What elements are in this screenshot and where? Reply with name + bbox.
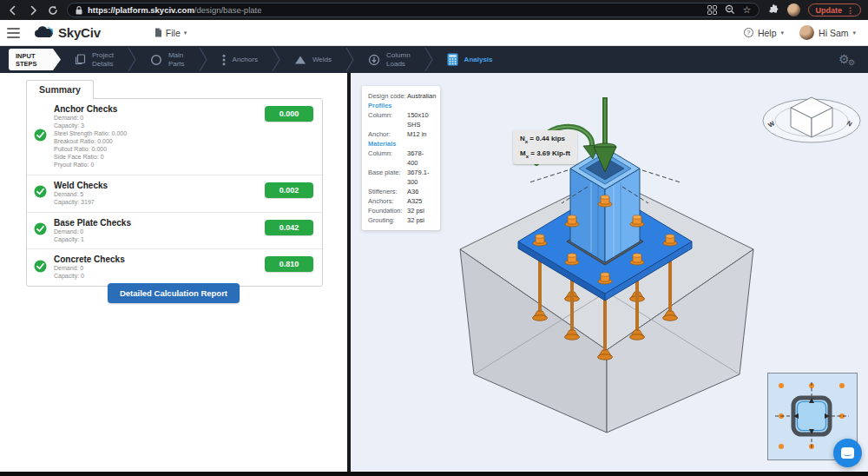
check-success-icon [34, 185, 47, 202]
reload-icon[interactable] [47, 4, 59, 17]
step-welds[interactable]: Welds [280, 46, 345, 73]
bottom-edge-bar [0, 472, 868, 476]
step-analysis[interactable]: Analysis [433, 46, 507, 73]
design-info-card: Design code:Australian Profiles Column:1… [362, 86, 440, 230]
detailed-calculation-report-button[interactable]: Detailed Calculation Report [108, 283, 240, 303]
panel-divider[interactable] [347, 73, 351, 476]
calculator-icon [447, 53, 458, 66]
extensions-puzzle-icon[interactable] [767, 4, 779, 17]
input-steps-tab: INPUT STEPS [9, 49, 61, 70]
ratio-badge: 0.810 [265, 256, 313, 272]
design-code-value: Australian [407, 91, 436, 101]
zoom-out-icon[interactable] [725, 3, 735, 18]
user-avatar [799, 25, 814, 40]
weld-triangle-icon [294, 55, 306, 65]
step-project-details[interactable]: Project Details [61, 46, 128, 73]
url-text: https://platform.skyciv.com/design/base-… [88, 5, 261, 15]
pages-icon [75, 54, 86, 65]
materials-header: Materials [368, 139, 434, 149]
app-header: SkyCiv File ▾ ? Help ▾ Hi Sam ▾ [0, 20, 868, 46]
user-menu[interactable]: Hi Sam ▾ [799, 25, 856, 40]
tab-summary[interactable]: Summary [26, 80, 94, 99]
check-title: Concrete Checks [54, 255, 258, 264]
check-success-icon [34, 222, 47, 239]
ratio-badge: 0.002 [265, 182, 313, 198]
tab-grid-icon[interactable] [707, 3, 717, 18]
forward-icon[interactable] [27, 4, 39, 17]
step-separator [128, 48, 136, 71]
step-separator [345, 48, 354, 71]
step-separator [424, 48, 433, 71]
chevron-down-icon: ▾ [781, 30, 785, 36]
help-menu[interactable]: ? Help ▾ [744, 28, 784, 38]
browser-profile-avatar[interactable] [787, 3, 800, 17]
skyciv-logo[interactable]: SkyCiv [34, 25, 101, 40]
bookmark-star-icon[interactable]: ☆ [743, 5, 752, 15]
settings-gears-icon[interactable]: ⚙ ⚙ [838, 51, 858, 69]
browser-chrome: https://platform.skyciv.com/design/base-… [0, 0, 868, 20]
ratio-badge: 0.000 [265, 106, 313, 122]
help-icon: ? [744, 28, 753, 37]
check-row-anchor: Anchor Checks Demand: 0 Capacity: 3 Stee… [27, 99, 322, 175]
address-bar[interactable]: https://platform.skyciv.com/design/base-… [67, 3, 760, 17]
step-anchors[interactable]: Anchors [207, 46, 272, 73]
chat-bubble-icon [841, 447, 854, 459]
hamburger-menu-icon[interactable] [7, 28, 20, 38]
load-arrow-icon [368, 54, 380, 66]
check-row-base-plate: Base Plate Checks Demand: 0 Capacity: 1 … [27, 213, 322, 250]
workflow-steps-bar: INPUT STEPS Project Details Main Parts A… [0, 46, 868, 73]
ratio-badge: 0.042 [265, 220, 313, 235]
file-icon [155, 28, 162, 37]
orientation-cube-gizmo[interactable]: W N [760, 91, 864, 147]
chevron-down-icon: ▾ [852, 30, 856, 36]
chevron-down-icon: ▾ [184, 30, 187, 36]
anchor-dots-icon [221, 54, 227, 66]
check-title: Anchor Checks [54, 104, 258, 114]
lock-icon [76, 3, 82, 18]
skyciv-cloud-icon [34, 26, 55, 39]
step-separator [199, 48, 207, 71]
step-separator [272, 48, 280, 71]
back-icon[interactable] [7, 4, 19, 17]
profiles-header: Profiles [368, 101, 434, 110]
check-success-icon [34, 129, 47, 145]
chat-launcher-button[interactable] [833, 439, 862, 467]
circle-icon [150, 54, 162, 66]
summary-panel: Summary Anchor Checks Demand: 0 Capacity… [0, 73, 347, 472]
check-title: Weld Checks [54, 181, 258, 190]
browser-update-button[interactable]: Update ⋮ [808, 3, 861, 17]
file-menu[interactable]: File ▾ [155, 28, 187, 38]
check-success-icon [34, 260, 47, 276]
summary-card: Anchor Checks Demand: 0 Capacity: 3 Stee… [26, 98, 323, 287]
step-column-loads[interactable]: Column Loads [354, 46, 424, 73]
check-row-concrete: Concrete Checks Demand: 0 Capacity: 0 0.… [27, 249, 322, 286]
model-viewport[interactable]: Design code:Australian Profiles Column:1… [351, 73, 868, 472]
check-row-weld: Weld Checks Demand: 5 Capacity: 3197 0.0… [27, 175, 322, 213]
step-main-parts[interactable]: Main Parts [136, 46, 199, 73]
check-title: Base Plate Checks [54, 218, 258, 228]
browser-menu-dots-icon[interactable]: ⋮ [846, 6, 854, 15]
brand-name: SkyCiv [58, 25, 101, 40]
load-annotation: Nx = 0.44 kips Mx = 3.69 Kip-ft [513, 130, 577, 164]
